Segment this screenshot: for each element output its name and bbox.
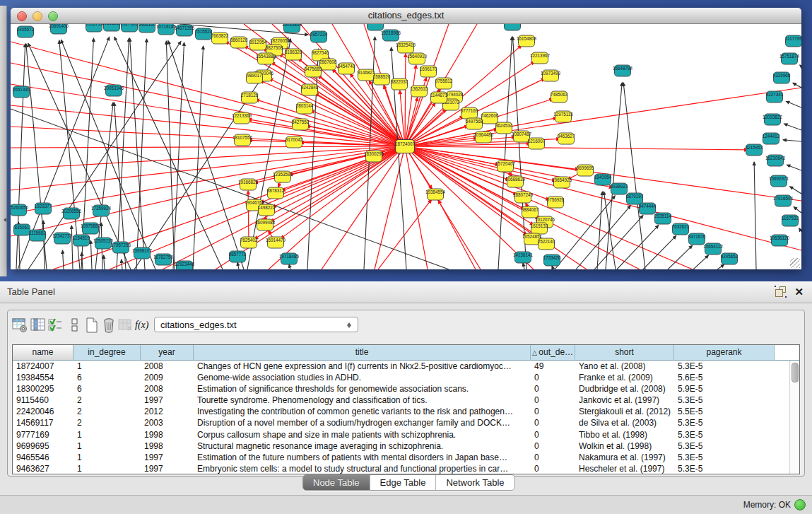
table-cell[interactable]: 5.6E-5 bbox=[674, 372, 775, 383]
table-cell[interactable]: Tourette syndrome. Phenomenology and cla… bbox=[194, 395, 531, 406]
table-cell[interactable]: 0 bbox=[531, 406, 575, 417]
column-header-pagerank[interactable]: pagerank bbox=[674, 345, 775, 361]
table-cell[interactable]: 1997 bbox=[141, 395, 194, 406]
table-settings-icon[interactable] bbox=[12, 317, 28, 333]
table-cell[interactable]: 1997 bbox=[141, 452, 194, 463]
close-window-button[interactable] bbox=[17, 11, 27, 21]
graph-edge[interactable] bbox=[173, 42, 184, 269]
graph-edge[interactable] bbox=[82, 252, 83, 269]
table-cell[interactable]: Disruption of a novel member of a sodium… bbox=[194, 417, 531, 428]
table-cell[interactable]: 0 bbox=[531, 372, 575, 383]
table-cell[interactable]: 2008 bbox=[141, 361, 194, 372]
table-cell[interactable]: 19384554 bbox=[13, 372, 73, 383]
table-cell[interactable]: 5.3E-5 bbox=[674, 361, 775, 372]
graph-edge[interactable] bbox=[594, 216, 643, 269]
minimize-window-button[interactable] bbox=[33, 11, 42, 21]
graph-edge[interactable] bbox=[800, 65, 801, 66]
table-cell[interactable]: 1998 bbox=[141, 440, 194, 452]
graph-edge[interactable] bbox=[438, 200, 476, 269]
table-cell[interactable]: 1 bbox=[73, 361, 141, 372]
table-cell[interactable]: 6 bbox=[73, 383, 141, 395]
table-cell[interactable]: 0 bbox=[531, 429, 575, 440]
table-cell[interactable]: Franke et al. (2009) bbox=[575, 372, 674, 383]
table-cell[interactable]: 1997 bbox=[141, 463, 194, 474]
table-cell[interactable]: 1 bbox=[73, 463, 141, 474]
select-columns-icon[interactable] bbox=[47, 317, 63, 333]
table-row[interactable]: 1872400712008Changes of HCN gene express… bbox=[13, 361, 790, 372]
graph-edge[interactable] bbox=[405, 146, 801, 250]
table-cell[interactable]: 2012 bbox=[141, 406, 194, 417]
table-cell[interactable]: 2 bbox=[73, 417, 141, 428]
table-cell[interactable]: Estimation of the future numbers of pati… bbox=[194, 452, 531, 463]
combo-stepper-icon[interactable] bbox=[346, 320, 353, 331]
table-cell[interactable]: Jankovic et al. (1997) bbox=[575, 395, 674, 406]
graph-edge[interactable] bbox=[168, 41, 244, 269]
table-cell[interactable]: 2009 bbox=[141, 372, 194, 383]
splitter-collapse-arrow-icon[interactable] bbox=[1, 218, 6, 222]
column-header-title[interactable]: title bbox=[194, 345, 531, 361]
table-cell[interactable]: 2003 bbox=[141, 417, 194, 428]
table-header-row[interactable]: namein_degreeyeartitle△ out_de…shortpage… bbox=[13, 345, 799, 361]
graph-edge[interactable] bbox=[693, 255, 708, 269]
table-row[interactable]: 1938455462009Genome-wide association stu… bbox=[13, 372, 790, 383]
table-cell[interactable]: 1 bbox=[73, 452, 141, 463]
graph-edge[interactable] bbox=[272, 24, 405, 146]
graph-edge[interactable] bbox=[523, 263, 524, 269]
table-row[interactable]: 946362711997Embryonic stem cells: a mode… bbox=[13, 463, 790, 474]
network-canvas[interactable]: 2405572206914061935711105532871527602646… bbox=[11, 24, 801, 269]
table-columns-icon[interactable] bbox=[30, 317, 46, 333]
column-header-short[interactable]: short bbox=[575, 345, 674, 361]
table-type-tabs[interactable]: Node TableEdge TableNetwork Table bbox=[302, 474, 515, 491]
graph-node[interactable] bbox=[505, 24, 521, 30]
table-cell[interactable]: Nakamura et al. (1997) bbox=[575, 452, 674, 463]
table-scrollbar[interactable] bbox=[789, 361, 799, 474]
table-cell[interactable]: 22420046 bbox=[13, 406, 73, 417]
table-cell[interactable]: 0 bbox=[531, 395, 575, 406]
graph-edge[interactable] bbox=[248, 191, 249, 243]
table-panel-header[interactable]: Table Panel ✕ bbox=[0, 281, 812, 303]
tab-network-table[interactable]: Network Table bbox=[435, 475, 514, 490]
table-cell[interactable]: 18724007 bbox=[13, 361, 73, 372]
graph-edge[interactable] bbox=[289, 264, 290, 269]
table-cell[interactable]: 6 bbox=[73, 372, 141, 383]
close-panel-icon[interactable]: ✕ bbox=[794, 286, 804, 297]
graph-edge[interactable] bbox=[375, 146, 405, 269]
network-window-titlebar[interactable]: citations_edges.txt bbox=[11, 8, 801, 24]
window-resize-grip[interactable] bbox=[790, 258, 800, 268]
graph-edge[interactable] bbox=[786, 101, 801, 107]
citation-network-graph[interactable]: 2405572206914061935711105532871527602646… bbox=[11, 24, 801, 269]
table-cell[interactable]: Stergiakouli et al. (2012) bbox=[575, 406, 674, 417]
column-header-year[interactable]: year bbox=[141, 345, 194, 361]
graph-edge[interactable] bbox=[617, 226, 659, 269]
column-header-name[interactable]: name bbox=[13, 345, 73, 361]
table-cell[interactable]: 14569117 bbox=[13, 417, 73, 428]
graph-edge[interactable] bbox=[794, 207, 801, 213]
graph-edge[interactable] bbox=[405, 146, 748, 150]
table-cell[interactable]: 1998 bbox=[141, 429, 194, 440]
table-cell[interactable]: 9699695 bbox=[13, 440, 73, 452]
table-cell[interactable]: Structural magnetic resonance image aver… bbox=[194, 440, 531, 452]
graph-edge[interactable] bbox=[793, 83, 801, 88]
table-scrollbar-thumb[interactable] bbox=[792, 363, 799, 382]
graph-edge[interactable] bbox=[269, 146, 405, 269]
table-cell[interactable]: 9777169 bbox=[13, 429, 73, 440]
table-cell[interactable]: 9465546 bbox=[13, 452, 73, 463]
table-cell[interactable]: Tibbo et al. (1998) bbox=[575, 429, 674, 440]
graph-edge[interactable] bbox=[272, 146, 405, 207]
zoom-window-button[interactable] bbox=[48, 11, 58, 21]
graph-edge[interactable] bbox=[552, 266, 553, 269]
graph-edge[interactable] bbox=[498, 37, 512, 269]
table-row[interactable]: 1830029562008Estimation of significance … bbox=[13, 383, 790, 395]
graph-edge[interactable] bbox=[122, 259, 122, 269]
graph-node[interactable] bbox=[104, 24, 120, 31]
graph-edge[interactable] bbox=[130, 38, 145, 269]
table-row[interactable]: 946554611997Estimation of the future num… bbox=[13, 452, 790, 463]
table-cell[interactable]: 5.3E-5 bbox=[674, 463, 775, 474]
table-cell[interactable]: 9463627 bbox=[13, 463, 73, 474]
table-cell[interactable]: Embryonic stem cells: a model to study s… bbox=[194, 463, 531, 474]
graph-edge[interactable] bbox=[787, 165, 801, 170]
table-cell[interactable]: 5.3E-5 bbox=[674, 429, 775, 440]
table-cell[interactable]: 0 bbox=[531, 383, 575, 395]
table-cell[interactable]: de Silva et al. (2003) bbox=[575, 417, 674, 428]
table-cell[interactable]: Investigating the contribution of common… bbox=[194, 406, 531, 417]
